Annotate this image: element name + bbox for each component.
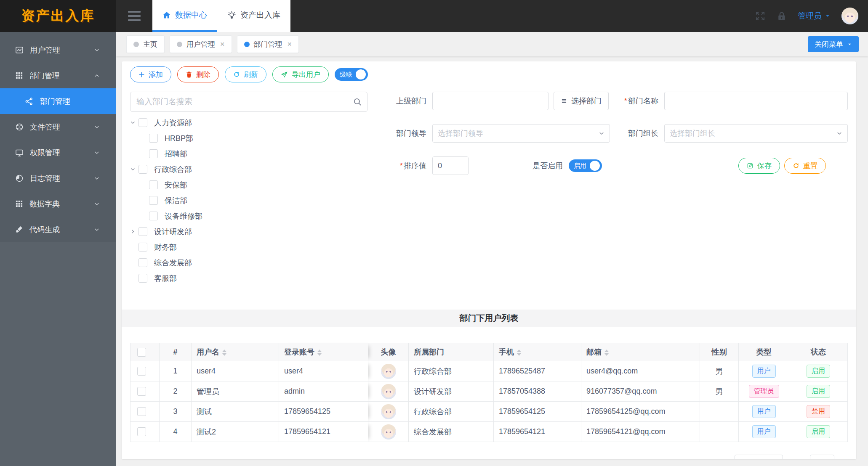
col-account: 登录账号 — [279, 343, 368, 361]
add-button[interactable]: 添加 — [130, 66, 171, 82]
chevron-down-icon[interactable] — [130, 120, 138, 125]
cell-account: admin — [279, 381, 368, 402]
close-icon[interactable]: × — [288, 40, 292, 49]
col-type: 类型 — [739, 343, 789, 361]
tree-node[interactable]: 财务部 — [130, 239, 367, 255]
tree-checkbox[interactable] — [138, 165, 147, 174]
tree-node[interactable]: 招聘部 — [130, 146, 367, 162]
chevron-down-icon — [94, 227, 100, 233]
tab-asset-warehouse[interactable]: 资产出入库 — [217, 0, 290, 32]
tree-node[interactable]: 安保部 — [130, 177, 367, 193]
sidebar-item-user-management[interactable]: 用户管理 — [0, 37, 116, 63]
tree-node-label: 保洁部 — [165, 196, 187, 206]
tree-checkbox[interactable] — [149, 196, 158, 205]
table-row[interactable]: 2 管理员 admin 设计研发部 17857054388 916077357@… — [130, 381, 848, 402]
tab-chip-home[interactable]: 主页 — [126, 35, 165, 53]
row-checkbox[interactable] — [137, 367, 146, 376]
hamburger-menu-button[interactable] — [116, 0, 152, 32]
tree-checkbox[interactable] — [138, 258, 147, 267]
select-placeholder: 选择部门领导 — [438, 128, 599, 138]
cascade-toggle[interactable]: 级联 — [335, 68, 368, 81]
reset-label: 重置 — [803, 161, 817, 171]
tree-node[interactable]: 客服部 — [130, 270, 367, 286]
tree-node[interactable]: 综合发展部 — [130, 255, 367, 270]
sort-icons[interactable] — [317, 350, 322, 356]
section-header: 部门下用户列表 — [122, 310, 856, 327]
tree-checkbox[interactable] — [138, 227, 147, 236]
close-icon[interactable]: × — [220, 40, 225, 49]
tree-checkbox[interactable] — [138, 243, 147, 252]
cell-gender — [700, 422, 739, 442]
table-row[interactable]: 1 user4 user4 行政综合部 17896525487 user4@qq… — [130, 361, 848, 381]
chevron-down-icon[interactable] — [130, 167, 138, 172]
sidebar-subitem-dept-management-active[interactable]: 部门管理 — [0, 88, 116, 114]
sort-icons[interactable] — [517, 350, 521, 356]
tab-chip-dept-management[interactable]: 部门管理 × — [237, 35, 299, 53]
current-page[interactable]: 1 — [707, 459, 716, 460]
tab-chip-user-management[interactable]: 用户管理 × — [170, 35, 232, 53]
tab-data-center[interactable]: 数据中心 — [152, 0, 217, 32]
user-avatar[interactable] — [841, 7, 859, 25]
sort-icons[interactable] — [222, 350, 226, 356]
required-asterisk: * — [399, 162, 402, 170]
save-button[interactable]: 保存 — [738, 158, 780, 174]
enabled-toggle[interactable]: 启用 — [569, 159, 602, 172]
sort-icons[interactable] — [604, 350, 609, 356]
close-menu-button[interactable]: 关闭菜单 — [808, 36, 859, 52]
page-size-select[interactable]: 10 条/页 — [735, 455, 783, 459]
sidebar-item-dept-management[interactable]: 部门管理 — [0, 63, 116, 88]
tree-checkbox[interactable] — [138, 118, 147, 127]
sidebar-item-file-management[interactable]: 文件管理 — [0, 114, 116, 140]
app-root: 资产出入库 用户管理 部门管理 部门管理 文件管理 — [0, 0, 868, 466]
tree-checkbox[interactable] — [149, 212, 158, 220]
tree-node-label: 安保部 — [165, 180, 187, 190]
tree-checkbox[interactable] — [138, 274, 147, 283]
tree-node[interactable]: 行政综合部 — [130, 162, 367, 177]
dept-search-input[interactable] — [130, 92, 367, 112]
sidebar-item-permission-management[interactable]: 权限管理 — [0, 140, 116, 165]
tree-checkbox[interactable] — [149, 134, 158, 143]
tree-checkbox[interactable] — [149, 149, 158, 158]
select-dept-button[interactable]: 选择部门 — [554, 92, 609, 110]
parent-dept-input[interactable] — [432, 92, 548, 110]
prev-page-button[interactable]: ‹ — [694, 458, 701, 459]
image-chart-icon — [15, 46, 24, 54]
select-all-checkbox[interactable] — [137, 348, 146, 357]
row-checkbox[interactable] — [137, 407, 146, 416]
lock-icon[interactable] — [777, 11, 787, 21]
cell-email: 916077357@qq.com — [581, 381, 700, 402]
sidebar-item-data-dictionary[interactable]: 数据字典 — [0, 191, 116, 217]
plus-icon — [138, 71, 145, 78]
delete-button[interactable]: 删除 — [177, 66, 219, 82]
brand-logo[interactable]: 资产出入库 — [0, 0, 116, 32]
tree-node[interactable]: 设备维修部 — [130, 208, 367, 224]
tree-node[interactable]: HRBP部 — [130, 130, 367, 146]
dept-head-select[interactable]: 选择部门组长 — [664, 124, 848, 143]
sidebar-item-code-generation[interactable]: 代码生成 — [0, 217, 116, 242]
sort-value-input[interactable] — [432, 156, 469, 175]
cell-account: 17859654121 — [279, 422, 368, 442]
sidebar-item-log-management[interactable]: 日志管理 — [0, 165, 116, 191]
tree-node[interactable]: 人力资源部 — [130, 115, 367, 130]
dept-name-input[interactable] — [664, 92, 848, 110]
fullscreen-icon[interactable] — [755, 11, 766, 21]
row-checkbox[interactable] — [137, 427, 146, 436]
tree-node[interactable]: 保洁部 — [130, 193, 367, 208]
reset-button[interactable]: 重置 — [784, 158, 826, 174]
tree-checkbox[interactable] — [149, 180, 158, 189]
row-checkbox[interactable] — [137, 387, 146, 396]
next-page-button[interactable]: › — [722, 458, 729, 459]
chevron-down-icon — [599, 130, 604, 136]
jump-page-input[interactable] — [810, 455, 834, 459]
opened-tabs-bar: 主页 用户管理 × 部门管理 × 关闭菜单 — [116, 32, 868, 56]
dept-leader-select[interactable]: 选择部门领导 — [432, 124, 610, 143]
table-row[interactable]: 3 测试 17859654125 行政综合部 17859654125 17859… — [130, 402, 848, 422]
tree-node[interactable]: 设计研发部 — [130, 224, 367, 239]
export-users-button[interactable]: 导出用户 — [272, 66, 329, 82]
cascade-label: 级联 — [340, 71, 352, 79]
table-row[interactable]: 4 测试2 17859654121 综合发展部 17859654121 1785… — [130, 422, 848, 442]
chevron-right-icon[interactable] — [130, 229, 138, 234]
refresh-button[interactable]: 刷新 — [225, 66, 266, 82]
user-dropdown[interactable]: 管理员 — [798, 11, 830, 21]
content-area: 添加 删除 刷新 导出用户 级联 — [116, 56, 868, 466]
